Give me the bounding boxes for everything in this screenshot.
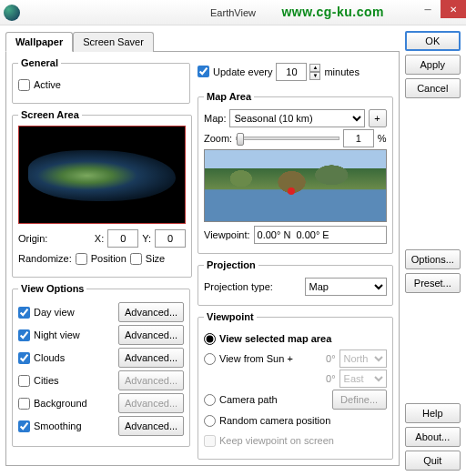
window-title: EarthView	[210, 7, 256, 18]
vp-selected-radio[interactable]	[204, 333, 216, 345]
map-preview[interactable]	[204, 149, 387, 222]
minutes-label: minutes	[324, 66, 360, 77]
vp-camera-label: Camera path	[219, 394, 278, 405]
y-label: Y:	[142, 233, 151, 244]
cities-advanced-button: Advanced...	[118, 370, 184, 390]
map-label: Map:	[204, 113, 226, 124]
viewpoint-label: Viewpoint:	[204, 229, 250, 240]
update-every-checkbox[interactable]	[198, 66, 209, 77]
origin-x-input[interactable]	[107, 229, 138, 248]
randomize-position-checkbox[interactable]	[76, 253, 87, 265]
update-spinner[interactable]: ▲▼	[309, 64, 320, 80]
titlebar: EarthView www.cg-ku.com ─ ✕	[0, 0, 466, 25]
update-every-input[interactable]	[276, 63, 307, 81]
x-label: X:	[95, 233, 104, 244]
sun-deg2: 0°	[326, 373, 336, 384]
vp-random-radio[interactable]	[204, 415, 216, 427]
cities-label: Cities	[34, 375, 59, 386]
window-buttons: ─ ✕	[415, 0, 466, 18]
clouds-checkbox[interactable]	[18, 352, 30, 364]
clouds-label: Clouds	[34, 352, 65, 363]
apply-button[interactable]: Apply	[405, 55, 461, 75]
general-group: General Active	[12, 57, 190, 104]
tab-wallpaper[interactable]: Wallpaper	[5, 32, 73, 52]
close-button[interactable]: ✕	[441, 0, 466, 18]
keep-viewpoint-checkbox	[204, 435, 216, 447]
randomize-label: Randomize:	[18, 253, 72, 264]
zoom-slider[interactable]	[236, 137, 339, 140]
keep-viewpoint-label: Keep viewpoint on screen	[219, 435, 334, 446]
minimize-button[interactable]: ─	[415, 0, 441, 18]
view-options-legend: View Options	[18, 283, 86, 294]
clouds-advanced-button[interactable]: Advanced...	[118, 348, 184, 368]
vp-sun-label: View from Sun +	[219, 353, 293, 364]
viewpoint-marker	[288, 187, 295, 195]
sun-dir2-select: East	[339, 370, 387, 388]
map-select[interactable]: Seasonal (10 km)	[229, 109, 364, 127]
smoothing-checkbox[interactable]	[18, 420, 30, 432]
nightview-checkbox[interactable]	[18, 329, 30, 341]
smoothing-advanced-button[interactable]: Advanced...	[118, 416, 184, 436]
origin-y-input[interactable]	[155, 229, 186, 248]
ok-button[interactable]: OK	[405, 31, 461, 51]
general-legend: General	[18, 57, 61, 68]
app-icon	[4, 5, 20, 21]
update-every-label: Update every	[213, 66, 272, 77]
define-button: Define...	[332, 390, 387, 410]
dayview-advanced-button[interactable]: Advanced...	[118, 302, 184, 322]
about-button[interactable]: About...	[405, 427, 461, 447]
viewpoint-group: Viewpoint View selected map area View fr…	[198, 311, 393, 460]
vp-sun-radio[interactable]	[204, 353, 216, 365]
map-area-legend: Map Area	[204, 91, 254, 102]
randomize-position-label: Position	[91, 253, 127, 264]
cancel-button[interactable]: Cancel	[405, 78, 461, 98]
dayview-label: Day view	[34, 307, 75, 318]
tab-screensaver[interactable]: Screen Saver	[73, 32, 154, 52]
watermark: www.cg-ku.com	[281, 5, 384, 19]
background-checkbox[interactable]	[18, 398, 30, 410]
projection-legend: Projection	[204, 259, 258, 270]
map-add-button[interactable]: +	[369, 109, 387, 127]
smoothing-label: Smoothing	[34, 420, 82, 431]
dayview-checkbox[interactable]	[18, 307, 30, 319]
zoom-input[interactable]	[343, 129, 374, 147]
viewpoint-legend: Viewpoint	[204, 311, 257, 322]
projection-type-select[interactable]: Map	[305, 278, 387, 296]
randomize-size-checkbox[interactable]	[130, 253, 142, 265]
quit-button[interactable]: Quit	[405, 451, 461, 471]
sun-deg1: 0°	[326, 353, 336, 364]
vp-camera-radio[interactable]	[204, 394, 216, 406]
help-button[interactable]: Help	[405, 403, 461, 423]
nightview-label: Night view	[34, 329, 80, 340]
active-checkbox[interactable]	[18, 79, 30, 91]
sun-dir1-select: North	[339, 349, 387, 368]
screen-area-legend: Screen Area	[18, 109, 82, 120]
cities-checkbox[interactable]	[18, 375, 30, 387]
options-button[interactable]: Options...	[405, 249, 461, 269]
active-label: Active	[34, 79, 61, 90]
projection-type-label: Projection type:	[204, 281, 273, 292]
origin-label: Origin:	[18, 233, 47, 244]
background-advanced-button: Advanced...	[118, 393, 184, 413]
tab-bar: Wallpaper Screen Saver	[5, 31, 400, 51]
map-area-group: Map Area Map: Seasonal (10 km) + Zoom: %	[198, 91, 393, 254]
screen-area-group: Screen Area Origin: X: Y: Randomize:	[12, 109, 192, 278]
vp-random-label: Random camera position	[219, 415, 330, 426]
background-label: Background	[34, 398, 87, 409]
viewpoint-input[interactable]	[254, 226, 387, 244]
randomize-size-label: Size	[146, 253, 165, 264]
view-options-group: View Options Day viewAdvanced... Night v…	[12, 283, 190, 447]
preset-button[interactable]: Preset...	[405, 273, 461, 293]
vp-selected-label: View selected map area	[219, 333, 331, 344]
projection-group: Projection Projection type: Map	[198, 259, 393, 306]
zoom-label: Zoom:	[204, 133, 232, 144]
screen-preview[interactable]	[18, 126, 186, 224]
nightview-advanced-button[interactable]: Advanced...	[118, 325, 184, 345]
zoom-unit: %	[378, 133, 387, 144]
